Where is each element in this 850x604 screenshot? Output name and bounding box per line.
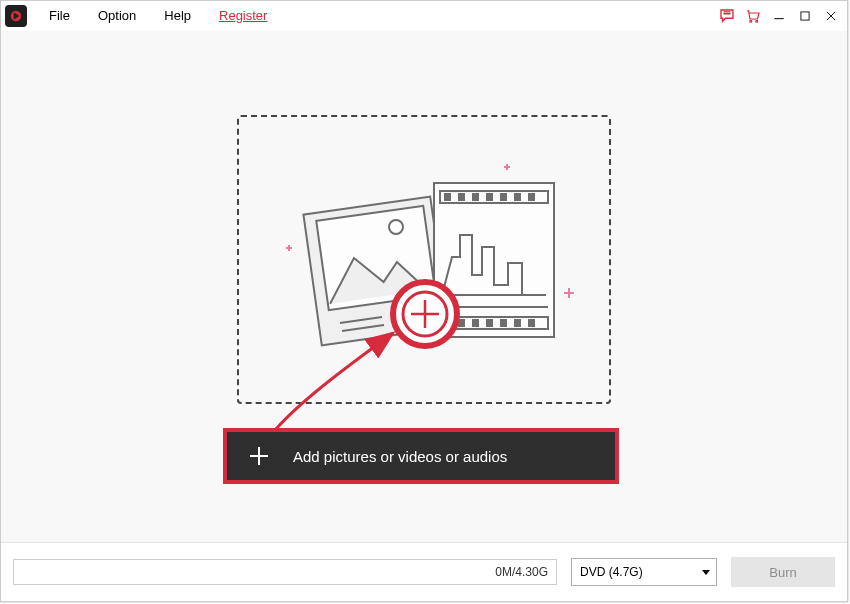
svg-rect-34 [528,319,535,327]
svg-rect-21 [444,193,451,201]
menu-bar: File Option Help Register [1,1,847,31]
svg-point-1 [750,20,752,22]
bottom-bar: 0M/4.30G DVD (4.7G) Burn [1,542,847,601]
svg-rect-30 [472,319,479,327]
disc-type-select[interactable]: DVD (4.7G) [571,558,717,586]
disc-type-value: DVD (4.7G) [580,565,643,579]
close-button[interactable] [819,4,843,28]
main-panel: Add pictures or videos or audios [1,31,847,542]
feedback-icon[interactable] [715,4,739,28]
svg-rect-31 [486,319,493,327]
chevron-down-icon [702,570,710,575]
svg-rect-32 [500,319,507,327]
svg-rect-25 [500,193,507,201]
svg-point-2 [756,20,758,22]
svg-rect-4 [801,12,809,20]
cart-icon[interactable] [741,4,765,28]
add-media-label: Add pictures or videos or audios [293,448,507,465]
add-media-button[interactable]: Add pictures or videos or audios [223,428,619,484]
svg-rect-24 [486,193,493,201]
size-progress: 0M/4.30G [13,559,557,585]
svg-rect-26 [514,193,521,201]
drop-zone-illustration [264,135,584,385]
minimize-button[interactable] [767,4,791,28]
svg-rect-29 [458,319,465,327]
app-logo [5,5,27,27]
drop-zone[interactable] [237,115,611,404]
titlebar-controls [715,4,843,28]
svg-rect-33 [514,319,521,327]
svg-rect-28 [444,319,451,327]
menu-file[interactable]: File [35,1,84,31]
menu-help[interactable]: Help [150,1,205,31]
menu-register[interactable]: Register [205,1,281,31]
svg-rect-22 [458,193,465,201]
burn-button[interactable]: Burn [731,557,835,587]
plus-icon [247,444,271,468]
app-window: File Option Help Register [0,0,848,602]
maximize-button[interactable] [793,4,817,28]
svg-rect-23 [472,193,479,201]
size-progress-text: 0M/4.30G [495,560,548,584]
menu-option[interactable]: Option [84,1,150,31]
svg-rect-27 [528,193,535,201]
